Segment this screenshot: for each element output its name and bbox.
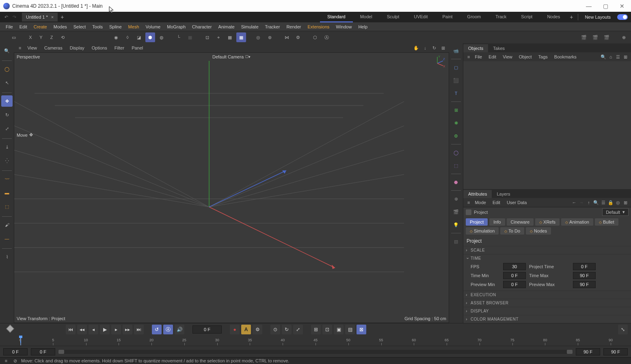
- attr-menu-mode[interactable]: Mode: [471, 199, 489, 206]
- objects-hamburger-icon[interactable]: ≡: [466, 53, 471, 60]
- close-tab-icon[interactable]: ×: [51, 15, 54, 19]
- model-mode-button[interactable]: ⬢: [145, 32, 155, 42]
- redo-button[interactable]: ↷: [11, 13, 18, 21]
- viewport-solo-button[interactable]: ⬡: [310, 32, 320, 42]
- viewport-menu-cameras[interactable]: Cameras: [41, 44, 66, 52]
- snap-settings-button[interactable]: ⌖: [214, 32, 223, 42]
- group-display[interactable]: DISPLAY: [463, 307, 631, 315]
- group-asset-browser[interactable]: ASSET BROWSER: [463, 299, 631, 307]
- key-param-button[interactable]: ⊞: [311, 325, 321, 334]
- viewport-menu-view[interactable]: View: [24, 44, 41, 52]
- attr-fwd-icon[interactable]: →: [578, 199, 585, 206]
- render-region-button[interactable]: 🎬: [590, 32, 600, 42]
- key-scale-button[interactable]: ⤢: [293, 325, 303, 334]
- menu-file[interactable]: File: [2, 23, 16, 30]
- edge-mode-button[interactable]: ◊: [123, 32, 132, 42]
- subtab-cineware[interactable]: Cineware: [507, 218, 534, 226]
- attr-back-icon[interactable]: ←: [571, 199, 577, 206]
- objects-menu-object[interactable]: Object: [516, 53, 535, 60]
- layout-sculpt[interactable]: Sculpt: [380, 12, 407, 22]
- menu-extensions[interactable]: Extensions: [304, 23, 333, 30]
- pmax-input[interactable]: [573, 281, 596, 288]
- layout-paint[interactable]: Paint: [435, 12, 460, 22]
- go-end-button[interactable]: ⏭: [134, 325, 144, 334]
- play-button[interactable]: ▶: [100, 325, 110, 334]
- attr-filter-icon[interactable]: ☰: [600, 199, 607, 206]
- objects-filter-icon[interactable]: ☰: [615, 54, 621, 60]
- light-button[interactable]: 💡: [450, 219, 462, 230]
- next-key-button[interactable]: ▸▸: [123, 325, 132, 334]
- viewport-menu-panel[interactable]: Panel: [128, 44, 147, 52]
- viewport-pan-icon[interactable]: ✋: [413, 44, 420, 52]
- attr-search-icon[interactable]: 🔍: [593, 199, 599, 206]
- range-start-a[interactable]: [3, 348, 28, 355]
- maximize-button[interactable]: ▢: [603, 3, 608, 9]
- menu-window[interactable]: Window: [333, 23, 355, 30]
- close-button[interactable]: ✕: [620, 3, 625, 9]
- go-start-button[interactable]: ⏮: [66, 325, 76, 334]
- objects-home-icon[interactable]: ⌂: [607, 54, 614, 60]
- layout-groom[interactable]: Groom: [460, 12, 488, 22]
- group-execution[interactable]: EXECUTION: [463, 291, 631, 299]
- polygon-tool[interactable]: ▬: [1, 187, 13, 198]
- history-dropdown[interactable]: ▭: [9, 32, 19, 42]
- subtab-project[interactable]: Project: [466, 218, 488, 226]
- attr-hamburger-icon[interactable]: ≡: [466, 199, 471, 206]
- place-tool[interactable]: ⤓: [1, 141, 13, 153]
- objects-menu-bookmarks[interactable]: Bookmarks: [551, 53, 580, 60]
- key-rot-button[interactable]: ↻: [282, 325, 292, 334]
- axis-z-button[interactable]: Z: [47, 33, 56, 42]
- menu-edit[interactable]: Edit: [16, 23, 30, 30]
- tab-attributes[interactable]: Attributes: [463, 190, 492, 198]
- autokey-toggle[interactable]: A: [241, 325, 251, 334]
- null-create-button[interactable]: ▢: [450, 62, 462, 73]
- attr-up-icon[interactable]: ↑: [586, 199, 592, 206]
- timeline-expand-button[interactable]: ⤡: [618, 325, 628, 334]
- text-create-button[interactable]: T: [450, 88, 462, 99]
- subtab-bullet[interactable]: ◇Bullet: [595, 218, 618, 226]
- viewport-maximize-icon[interactable]: ⊞: [439, 44, 447, 52]
- undo-button[interactable]: ↶: [2, 13, 10, 21]
- move-tool[interactable]: ✥: [1, 95, 13, 107]
- subtab-animation[interactable]: ◇Animation: [561, 218, 593, 226]
- search-icon[interactable]: 🔍: [1, 45, 13, 56]
- document-tab[interactable]: Untitled 1 * ×: [22, 13, 58, 22]
- dynamics-button[interactable]: ⬣: [450, 177, 462, 188]
- layout-nodes[interactable]: Nodes: [540, 12, 567, 22]
- menu-create[interactable]: Create: [30, 23, 50, 30]
- field-button[interactable]: ⚙: [450, 130, 462, 142]
- rotate-tool[interactable]: ↻: [1, 109, 13, 121]
- layout-uvedit[interactable]: UVEdit: [406, 12, 435, 22]
- attr-preset-dropdown[interactable]: Default▾: [602, 208, 629, 216]
- proj-time-input[interactable]: [573, 263, 596, 270]
- menu-mesh[interactable]: Mesh: [125, 23, 143, 30]
- fps-input[interactable]: [503, 263, 526, 270]
- subtab-simulation[interactable]: ◇Simulation: [466, 227, 499, 235]
- add-tab-button[interactable]: +: [58, 14, 67, 20]
- select-tool[interactable]: ↖: [1, 77, 13, 88]
- scatter-tool[interactable]: ⁛: [1, 155, 13, 166]
- key-link-button[interactable]: ⊠: [357, 325, 366, 334]
- subtab-xrefs[interactable]: ◇XRefs: [535, 218, 560, 226]
- menu-mograph[interactable]: MoGraph: [164, 23, 189, 30]
- objects-expand-icon[interactable]: ⊞: [622, 54, 629, 60]
- viewport-dolly-icon[interactable]: ↓: [421, 44, 429, 52]
- range-start-b[interactable]: [31, 348, 55, 355]
- effector-button[interactable]: ❋: [450, 117, 462, 129]
- soft-settings-button[interactable]: ⊛: [265, 32, 274, 42]
- render-view-button[interactable]: 🎬: [579, 32, 589, 42]
- brush-tool[interactable]: 🖌: [1, 219, 13, 230]
- viewport-hamburger-icon[interactable]: ≡: [16, 44, 24, 52]
- menu-animate[interactable]: Animate: [215, 23, 238, 30]
- material-button[interactable]: 🎬: [450, 206, 462, 218]
- viewport-menu-filter[interactable]: Filter: [111, 44, 128, 52]
- viewport-3d[interactable]: Perspective Default Camera ☐▾ Move✥ View…: [14, 52, 449, 323]
- current-frame-input[interactable]: [192, 325, 222, 334]
- tab-objects[interactable]: Objects: [463, 44, 488, 52]
- next-frame-button[interactable]: ▸: [111, 325, 121, 334]
- autokey-button[interactable]: Ⓐ: [163, 325, 173, 334]
- menu-select[interactable]: Select: [70, 23, 89, 30]
- timeline-ruler[interactable]: 051015202530354045505560657075808590: [20, 336, 611, 346]
- axis-gizmo-icon[interactable]: Y Z X: [433, 55, 445, 67]
- objects-menu-edit[interactable]: Edit: [485, 53, 499, 60]
